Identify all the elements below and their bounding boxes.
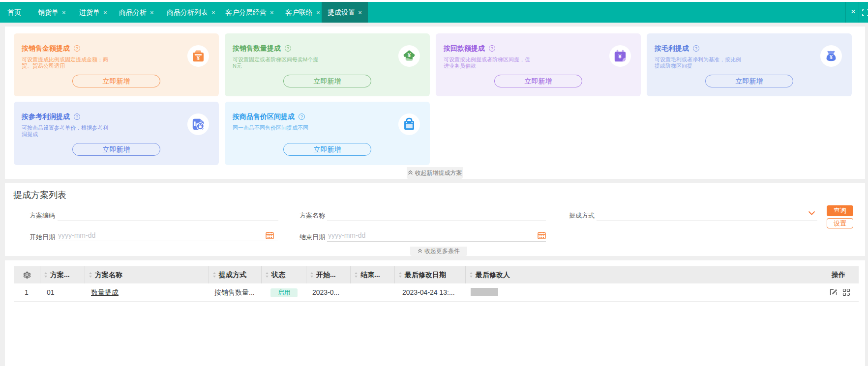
svg-text:¥: ¥ <box>408 52 411 58</box>
svg-text:¥: ¥ <box>197 55 200 61</box>
svg-text:¥: ¥ <box>199 123 202 129</box>
svg-text:¥: ¥ <box>618 53 622 60</box>
svg-text:¥: ¥ <box>830 54 833 60</box>
